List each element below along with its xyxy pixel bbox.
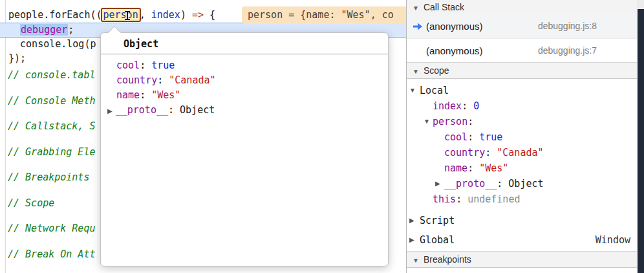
scope-script[interactable]: ▶Script xyxy=(407,211,637,230)
variable-value: "Wes" xyxy=(479,162,508,174)
expand-triangle-icon[interactable]: ▶ xyxy=(435,176,440,191)
scrollbar-thumb[interactable] xyxy=(638,9,644,273)
property-name: name xyxy=(116,89,140,101)
code-comment[interactable]: // console.tabl xyxy=(8,68,95,82)
arrow-operator: => xyxy=(192,9,204,21)
property-name: country xyxy=(116,74,157,86)
code-comment[interactable]: // Breakpoints xyxy=(8,170,89,184)
separator: : xyxy=(456,193,467,205)
collapse-triangle-icon[interactable]: ▼ xyxy=(413,64,419,80)
property-value: true xyxy=(151,60,175,71)
code-comment[interactable]: // Scope xyxy=(8,196,54,210)
code-comment[interactable]: // Console Meth xyxy=(8,94,95,108)
variable-name: __proto__ xyxy=(444,178,497,190)
scope-local[interactable]: ▼Local xyxy=(407,83,637,98)
scope-global[interactable]: ▶GlobalWindow xyxy=(407,230,637,250)
property-name: cool xyxy=(116,60,140,71)
frame-location: debugging.js:8 xyxy=(538,14,597,38)
code-comment[interactable]: // Callstack, S xyxy=(8,119,95,133)
execution-pointer-icon xyxy=(413,21,423,32)
code-text: console.log(p xyxy=(20,38,96,50)
separator: : xyxy=(485,147,497,158)
section-title: Call Stack xyxy=(424,2,464,12)
expand-triangle-icon[interactable]: ▶ xyxy=(107,104,113,118)
scope-global-value: Window xyxy=(596,230,630,250)
code-line-console-log[interactable]: console.log(p xyxy=(8,37,96,51)
separator: : xyxy=(168,104,180,116)
expand-triangle-icon[interactable]: ▶ xyxy=(409,211,414,230)
variable-name: person xyxy=(433,116,467,127)
code-comment[interactable]: // Break On Att xyxy=(8,247,95,261)
variable-name: cool xyxy=(444,131,467,143)
proto-row: ▶__proto__: Object xyxy=(101,103,388,118)
breakpoints-section-header[interactable]: ▼Breakpoints xyxy=(407,251,637,268)
separator: : xyxy=(467,162,479,174)
scope-variable[interactable]: this: undefined xyxy=(407,191,637,207)
call-stack-section-header[interactable]: ▼Call Stack xyxy=(407,0,637,16)
variable-value: "Canada" xyxy=(497,147,543,158)
separator: : xyxy=(157,74,169,86)
indent xyxy=(8,38,20,50)
code-param: person xyxy=(103,9,138,21)
code-comment[interactable]: // Grabbing Ele xyxy=(8,145,95,159)
expand-triangle-icon[interactable]: ▶ xyxy=(409,230,414,250)
code-text: }); xyxy=(8,52,26,64)
scope-variable[interactable]: country: "Canada" xyxy=(407,145,637,160)
debugger-sidebar: ▼Call Stack (anonymous) debugging.js:8 (… xyxy=(406,0,637,273)
debugger-keyword-selected: debugger xyxy=(20,24,68,36)
variable-name: country xyxy=(444,147,485,158)
popover-title: Object xyxy=(101,33,388,54)
scope-variable[interactable]: name: "Wes" xyxy=(407,160,637,176)
code-text: ; xyxy=(68,24,74,36)
section-title: Scope xyxy=(424,65,449,76)
scope-variable[interactable]: cool: true xyxy=(407,129,637,145)
separator: : xyxy=(467,116,473,127)
object-property-row: country: "Canada" xyxy=(101,73,388,88)
variable-value: Object xyxy=(508,178,543,190)
frame-location: debugging.js:7 xyxy=(538,39,597,63)
section-title: Breakpoints xyxy=(424,254,471,265)
variable-name: name xyxy=(444,162,467,174)
separator: : xyxy=(140,89,151,101)
property-value: "Wes" xyxy=(151,89,180,101)
code-comment[interactable]: // Network Requ xyxy=(8,221,95,235)
scope-name: Script xyxy=(420,215,455,226)
property-value: Object xyxy=(180,104,215,116)
hovered-variable-person[interactable]: person xyxy=(101,8,141,22)
separator: : xyxy=(462,100,473,112)
property-value: "Canada" xyxy=(169,74,215,86)
code-text: , xyxy=(140,9,151,21)
scrollbar-track xyxy=(637,0,644,273)
code-line-close[interactable]: }); xyxy=(8,51,26,65)
devtools-sources-panel: people.forEach((person, index) => { pers… xyxy=(0,0,644,273)
frame-function: (anonymous) xyxy=(426,39,483,63)
frame-function: (anonymous) xyxy=(426,14,483,38)
scope-variable[interactable]: index: 0 xyxy=(407,98,637,114)
scope-tree: ▼Local index: 0 ▼person: cool: true coun… xyxy=(407,83,637,250)
call-stack-frame[interactable]: (anonymous) debugging.js:8 xyxy=(407,14,637,38)
scope-proto-row[interactable]: ▶__proto__: Object xyxy=(407,176,637,191)
separator: : xyxy=(140,60,151,71)
collapse-triangle-icon[interactable]: ▼ xyxy=(413,253,419,268)
variable-name: this xyxy=(433,193,456,205)
collapse-triangle-icon[interactable]: ▼ xyxy=(409,83,416,98)
text-select-cursor-icon xyxy=(127,11,128,20)
inline-eval-widget: person = {name: "Wes", co xyxy=(242,6,406,23)
object-property-row: name: "Wes" xyxy=(101,88,388,103)
variable-value: 0 xyxy=(473,100,479,112)
scope-name: Local xyxy=(420,85,449,96)
code-line-debugger[interactable]: debugger; xyxy=(8,23,74,37)
scope-name: Global xyxy=(420,234,455,246)
code-line-foreach[interactable]: people.forEach((person, index) => { xyxy=(8,8,215,22)
variable-value: undefined xyxy=(467,193,520,205)
code-param: index xyxy=(151,9,180,21)
code-text: ) xyxy=(180,9,192,21)
indent xyxy=(8,24,20,36)
separator: : xyxy=(467,131,479,143)
call-stack-frame[interactable]: (anonymous) debugging.js:7 xyxy=(407,39,637,63)
object-property-row: cool: true xyxy=(101,58,388,73)
scope-section-header[interactable]: ▼Scope xyxy=(407,62,637,79)
code-text: { xyxy=(204,9,215,21)
collapse-triangle-icon[interactable]: ▼ xyxy=(424,114,430,129)
scope-variable-person[interactable]: ▼person: xyxy=(407,114,637,129)
